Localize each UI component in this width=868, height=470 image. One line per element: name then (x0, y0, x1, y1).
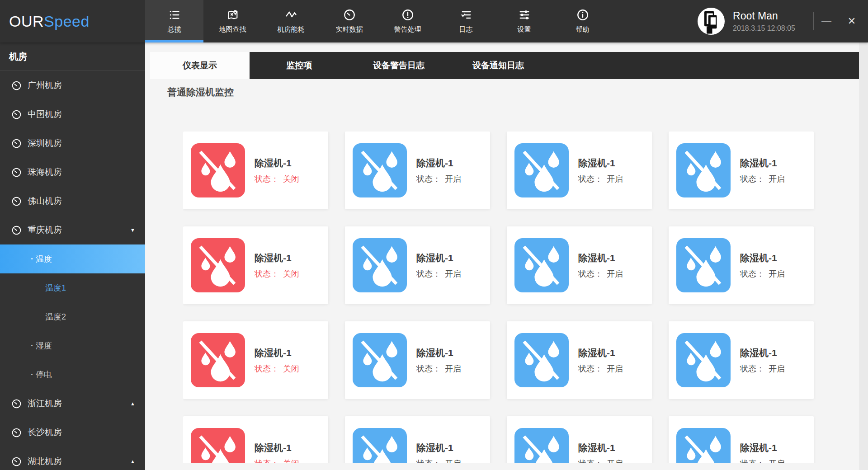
sidebar-section-title: 机房 (0, 42, 145, 71)
info-circle-icon (576, 9, 589, 21)
gauge-icon (343, 9, 356, 21)
device-title: 除湿机-1 (740, 347, 777, 359)
device-card[interactable]: 除湿机-1 状态：开启 (345, 226, 490, 304)
sidebar-item-humidity[interactable]: 湿度 (0, 331, 145, 360)
sidebar-item-shenzhen[interactable]: 深圳机房 (0, 129, 145, 158)
sidebar-item-foshan[interactable]: 佛山机房 (0, 187, 145, 216)
device-status: 状态：开启 (740, 363, 785, 374)
nav-label: 帮助 (576, 25, 590, 34)
device-title: 除湿机-1 (578, 252, 615, 264)
close-button[interactable]: ✕ (839, 0, 864, 42)
card-grid: 除湿机-1 状态：关闭 除湿机-1 状态：开启 除湿机-1 状态：开启 除湿机-… (183, 132, 816, 463)
device-card[interactable]: 除湿机-1 状态：开启 (669, 226, 814, 304)
sidebar-item-temperature[interactable]: 温度 (0, 244, 145, 273)
gauge-icon (11, 138, 22, 149)
user-name: Root Man (733, 10, 795, 22)
chevron-up-icon[interactable]: ▲ (130, 401, 135, 406)
device-card[interactable]: 除湿机-1 状态：开启 (669, 416, 814, 463)
nav-item-map-search[interactable]: 地图查找 (203, 0, 262, 42)
chevron-up-icon[interactable]: ▲ (130, 459, 135, 464)
sidebar-item-zhuhai[interactable]: 珠海机房 (0, 158, 145, 187)
dehumidifier-icon (353, 238, 407, 292)
nav-item-help[interactable]: 帮助 (553, 0, 612, 42)
sidebar-item-hubei[interactable]: 湖北机房 ▲ (0, 447, 145, 470)
avatar[interactable] (698, 8, 725, 35)
device-card[interactable]: 除湿机-1 状态：开启 (507, 321, 652, 399)
device-status: 状态：开启 (416, 174, 461, 184)
dehumidifier-icon (191, 333, 245, 387)
device-title: 除湿机-1 (740, 252, 777, 264)
device-status: 状态：开启 (578, 363, 623, 374)
device-title: 除湿机-1 (255, 442, 292, 454)
device-card[interactable]: 除湿机-1 状态：开启 (669, 132, 814, 209)
gauge-icon (11, 456, 22, 467)
device-card[interactable]: 除湿机-1 状态：开启 (507, 132, 652, 209)
app-logo: OURSpeed (0, 0, 145, 42)
app-window: OURSpeed 总揽 (0, 0, 868, 470)
nav-item-logs[interactable]: 日志 (437, 0, 495, 42)
gauge-icon (11, 196, 22, 207)
map-search-icon (226, 9, 239, 21)
nav-label: 警告处理 (394, 25, 421, 34)
gauge-icon (11, 80, 22, 91)
dehumidifier-icon (191, 143, 245, 197)
gauge-icon (11, 399, 22, 409)
sidebar-item-zhejiang[interactable]: 浙江机房 ▲ (0, 389, 145, 418)
device-card[interactable]: 除湿机-1 状态：开启 (345, 132, 490, 209)
header-bar: OURSpeed 总揽 (0, 0, 868, 42)
main-content: 仪表显示 监控项 设备警告日志 设备通知日志 普通除湿机监控 除湿机-1 状态：… (145, 42, 868, 470)
dehumidifier-icon (353, 333, 407, 387)
nav-item-alerts[interactable]: 警告处理 (378, 0, 437, 42)
sidebar-item-changsha[interactable]: 长沙机房 (0, 418, 145, 447)
sidebar: 机房 广州机房 中国机房 深圳机房 珠海机房 佛山机房 重庆机房 ▼ 温度 (0, 42, 145, 470)
device-status: 状态：关闭 (255, 363, 299, 374)
minimize-button[interactable]: — (814, 0, 839, 42)
device-title: 除湿机-1 (255, 157, 292, 169)
device-title: 除湿机-1 (740, 442, 777, 454)
nav-item-realtime[interactable]: 实时数据 (320, 0, 378, 42)
device-status: 状态：开启 (740, 458, 785, 463)
device-card[interactable]: 除湿机-1 状态：关闭 (183, 132, 328, 209)
nav-label: 地图查找 (219, 25, 246, 34)
sidebar-item-zhongguo[interactable]: 中国机房 (0, 100, 145, 129)
logo-part-speed: Speed (44, 13, 90, 30)
tab-device-notify-log[interactable]: 设备通知日志 (448, 52, 548, 79)
device-title: 除湿机-1 (416, 252, 453, 264)
nav-item-settings[interactable]: 设置 (495, 0, 553, 42)
device-card[interactable]: 除湿机-1 状态：开启 (669, 321, 814, 399)
device-card[interactable]: 除湿机-1 状态：关闭 (183, 226, 328, 304)
device-status: 状态：开启 (578, 174, 623, 184)
gauge-icon (11, 428, 22, 438)
nav-item-energy[interactable]: 机房能耗 (262, 0, 320, 42)
device-card[interactable]: 除湿机-1 状态：关闭 (183, 321, 328, 399)
tab-device-warning-log[interactable]: 设备警告日志 (349, 52, 448, 79)
datetime: 2018.3.15 12:08:05 (733, 24, 795, 33)
sidebar-item-guangzhou[interactable]: 广州机房 (0, 71, 145, 100)
tab-monitor-items[interactable]: 监控项 (250, 52, 349, 79)
log-list-icon (460, 9, 472, 21)
sidebar-item-temperature2[interactable]: 温度2 (0, 302, 145, 331)
device-status: 状态：关闭 (255, 268, 299, 279)
device-title: 除湿机-1 (416, 442, 453, 454)
device-status: 状态：开启 (740, 174, 785, 184)
device-title: 除湿机-1 (578, 347, 615, 359)
page-title: 普通除湿机监控 (167, 86, 234, 99)
nav-item-overview[interactable]: 总揽 (145, 0, 203, 42)
dehumidifier-icon (191, 428, 245, 463)
device-card[interactable]: 除湿机-1 状态：开启 (345, 416, 490, 463)
device-status: 状态：关闭 (255, 174, 299, 184)
sidebar-item-chongqing[interactable]: 重庆机房 ▼ (0, 216, 145, 244)
device-card[interactable]: 除湿机-1 状态：关闭 (183, 416, 328, 463)
device-card[interactable]: 除湿机-1 状态：开启 (507, 226, 652, 304)
device-status: 状态：开启 (740, 268, 785, 279)
device-card[interactable]: 除湿机-1 状态：开启 (345, 321, 490, 399)
tab-bar: 仪表显示 监控项 设备警告日志 设备通知日志 (150, 52, 859, 79)
sidebar-item-temperature1[interactable]: 温度1 (0, 273, 145, 302)
device-title: 除湿机-1 (578, 442, 615, 454)
tab-gauge-display[interactable]: 仪表显示 (150, 52, 250, 79)
sidebar-item-power-outage[interactable]: 停电 (0, 360, 145, 389)
chevron-down-icon[interactable]: ▼ (130, 227, 135, 233)
device-status: 状态：关闭 (255, 458, 299, 463)
top-nav: 总揽 地图查找 机房能耗 (145, 0, 612, 42)
device-card[interactable]: 除湿机-1 状态：开启 (507, 416, 652, 463)
